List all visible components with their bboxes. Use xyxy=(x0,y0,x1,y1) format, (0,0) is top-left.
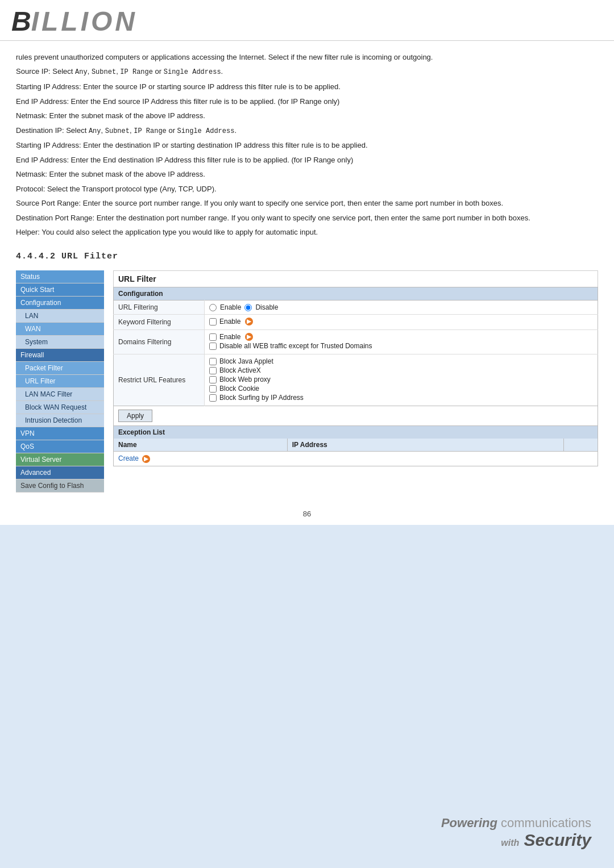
page-number: 86 xyxy=(0,503,614,525)
domains-disable-trusted-row: Disable all WEB traffic except for Trust… xyxy=(209,342,593,350)
sidebar-item-lan-mac-filter[interactable]: LAN MAC Filter xyxy=(16,388,104,401)
domains-details-icon[interactable]: ▶ xyxy=(245,333,253,341)
sidebar-item-intrusion-detection[interactable]: Intrusion Detection xyxy=(16,414,104,427)
block-surfing-label: Block Surfing by IP Address xyxy=(219,394,304,402)
logo-container: B ILLION xyxy=(11,6,603,40)
block-webproxy-label: Block Web proxy xyxy=(219,375,271,383)
domains-enable-label: Enable xyxy=(219,333,240,341)
create-link[interactable]: Create xyxy=(118,454,139,462)
body-paragraph-12: Helper: You could also select the applic… xyxy=(16,226,598,238)
sidebar-item-save-config[interactable]: Save Config to Flash xyxy=(16,479,104,493)
sidebar-item-system[interactable]: System xyxy=(16,336,104,349)
block-cookie-checkbox[interactable] xyxy=(209,385,217,393)
sidebar-item-advanced[interactable]: Advanced xyxy=(16,466,104,479)
block-activex-label: Block ActiveX xyxy=(219,366,261,374)
branding-security-text: Security xyxy=(524,831,591,849)
logo-rest-letters: ILLION xyxy=(31,6,138,37)
sidebar-item-block-wan-request[interactable]: Block WAN Request xyxy=(16,401,104,414)
exception-list-label: Exception List xyxy=(113,426,598,439)
block-java-label: Block Java Applet xyxy=(219,357,273,365)
body-paragraph-1: Source IP: Select Any, Subnet, IP Range … xyxy=(16,65,598,78)
configuration-table: URL Filtering Enable Disable Keyw xyxy=(113,300,598,406)
sidebar-item-wan[interactable]: WAN xyxy=(16,323,104,336)
block-cookie-row: Block Cookie xyxy=(209,385,593,393)
filter-title: URL Filter xyxy=(113,270,598,287)
logo-b-letter: B xyxy=(11,6,31,37)
create-row: Create ▶ xyxy=(113,452,598,466)
domains-filtering-label: Domains Filtering xyxy=(114,330,205,354)
restrict-url-features-label: Restrict URL Features xyxy=(114,354,205,406)
branding-security: with Security xyxy=(441,831,591,850)
sidebar-item-packet-filter[interactable]: Packet Filter xyxy=(16,362,104,375)
logo-area: B ILLION xyxy=(0,0,614,41)
branding-communications: communications xyxy=(501,816,591,830)
domains-filtering-controls: Enable ▶ Disable all WEB traffic except … xyxy=(205,330,598,354)
filter-area: URL Filter Configuration URL Filtering E… xyxy=(113,270,598,493)
section-heading: 4.4.4.2 URL Filter xyxy=(16,252,598,261)
domains-filtering-row: Domains Filtering Enable ▶ Disable all W… xyxy=(114,330,598,354)
block-webproxy-checkbox[interactable] xyxy=(209,376,217,383)
configuration-section-label: Configuration xyxy=(113,287,598,300)
body-paragraph-4: Netmask: Enter the subnet mask of the ab… xyxy=(16,110,598,122)
apply-area: Apply xyxy=(113,406,598,426)
block-activex-checkbox[interactable] xyxy=(209,367,217,374)
body-paragraph-9: Protocol: Select the Transport protocol … xyxy=(16,183,598,195)
branding-with: with xyxy=(501,838,519,848)
sidebar-item-status[interactable]: Status xyxy=(16,270,104,283)
body-paragraph-8: Netmask: Enter the subnet mask of the ab… xyxy=(16,168,598,180)
domains-trusted-checkbox[interactable] xyxy=(209,343,217,350)
body-paragraph-2: Starting IP Address: Enter the source IP… xyxy=(16,81,598,93)
body-paragraph-3: End IP Address: Enter the End source IP … xyxy=(16,95,598,107)
body-paragraph-5: Destination IP: Select Any, Subnet, IP R… xyxy=(16,124,598,137)
exception-name-header: Name xyxy=(114,439,288,452)
keyword-filtering-checkbox-row: Enable ▶ xyxy=(209,318,593,326)
sidebar-item-quickstart[interactable]: Quick Start xyxy=(16,283,104,297)
body-paragraph-7: End IP Address: Enter the End destinatio… xyxy=(16,154,598,166)
sidebar-item-url-filter[interactable]: URL Filter xyxy=(16,375,104,388)
url-filtering-enable-radio[interactable] xyxy=(209,304,217,311)
url-filtering-radio-group: Enable Disable xyxy=(209,303,593,311)
restrict-url-features-controls: Block Java Applet Block ActiveX Block We… xyxy=(205,354,598,406)
block-java-checkbox[interactable] xyxy=(209,358,217,365)
sidebar-item-firewall[interactable]: Firewall xyxy=(16,349,104,362)
exception-actions-header xyxy=(564,439,598,452)
block-surfing-checkbox[interactable] xyxy=(209,394,217,402)
domains-enable-row: Enable ▶ xyxy=(209,333,593,341)
exception-table-header-row: Name IP Address xyxy=(114,439,598,452)
layout-row: Status Quick Start Configuration LAN WAN… xyxy=(16,270,598,493)
url-filtering-controls: Enable Disable xyxy=(205,301,598,315)
branding-powering: Powering xyxy=(441,816,497,830)
url-filtering-disable-radio[interactable] xyxy=(244,304,252,311)
body-paragraph-11: Destination Port Range: Enter the destin… xyxy=(16,212,598,224)
block-java-row: Block Java Applet xyxy=(209,357,593,365)
url-filtering-disable-label: Disable xyxy=(255,303,278,311)
url-filtering-enable-label: Enable xyxy=(220,303,241,311)
apply-button[interactable]: Apply xyxy=(118,410,152,422)
restrict-url-features-row: Restrict URL Features Block Java Applet … xyxy=(114,354,598,406)
create-info-icon[interactable]: ▶ xyxy=(142,455,150,463)
sidebar-item-vpn[interactable]: VPN xyxy=(16,427,104,440)
body-paragraph-0: rules prevent unauthorized computers or … xyxy=(16,51,598,63)
sidebar-item-qos[interactable]: QoS xyxy=(16,440,104,453)
sidebar-item-configuration[interactable]: Configuration xyxy=(16,297,104,310)
keyword-filtering-label: Keyword Filtering xyxy=(114,315,205,330)
body-paragraph-6: Starting IP Address: Enter the destinati… xyxy=(16,139,598,151)
url-filtering-row: URL Filtering Enable Disable xyxy=(114,301,598,315)
block-cookie-label: Block Cookie xyxy=(219,385,259,393)
sidebar-item-virtual-server[interactable]: Virtual Server xyxy=(16,453,104,466)
sidebar-item-lan[interactable]: LAN xyxy=(16,310,104,323)
exception-ip-header: IP Address xyxy=(287,439,563,452)
keyword-filtering-enable-label: Enable xyxy=(219,318,240,326)
url-filtering-label: URL Filtering xyxy=(114,301,205,315)
keyword-filtering-checkbox[interactable] xyxy=(209,318,217,326)
domains-filtering-enable-checkbox[interactable] xyxy=(209,333,217,341)
block-surfing-row: Block Surfing by IP Address xyxy=(209,394,593,402)
main-content: rules prevent unauthorized computers or … xyxy=(0,41,614,503)
keyword-filtering-details-icon[interactable]: ▶ xyxy=(245,318,253,326)
keyword-filtering-row: Keyword Filtering Enable ▶ xyxy=(114,315,598,330)
domains-trusted-label: Disable all WEB traffic except for Trust… xyxy=(219,342,372,350)
block-activex-row: Block ActiveX xyxy=(209,366,593,374)
branding: Powering communications with Security xyxy=(441,816,591,850)
keyword-filtering-controls: Enable ▶ xyxy=(205,315,598,330)
block-webproxy-row: Block Web proxy xyxy=(209,375,593,383)
